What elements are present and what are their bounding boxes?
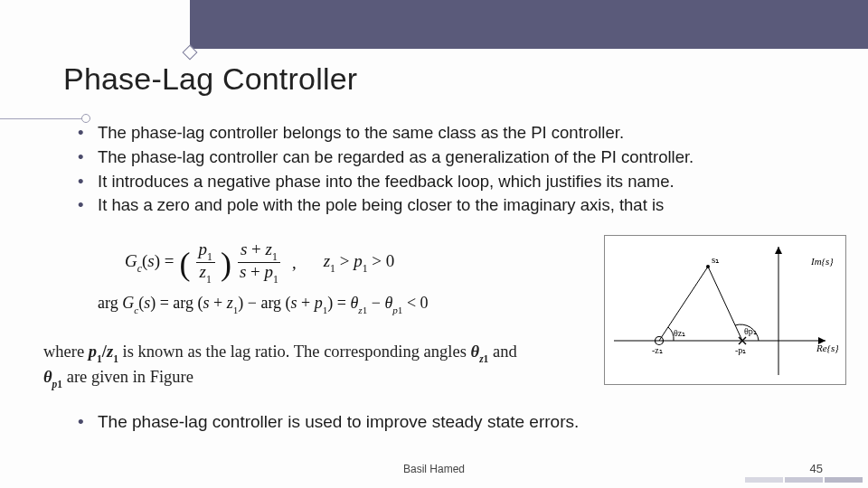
f-z: z: [266, 239, 272, 258]
w-p: p: [89, 343, 97, 361]
f-s: s: [291, 294, 297, 312]
formula-line-2: arg Gc(s) = arg (s + z1) − arg (s + p1) …: [98, 294, 604, 314]
footer-page-number: 45: [810, 462, 823, 475]
bullet-list: • The phase-lag controller belongs to th…: [78, 121, 832, 218]
f-z: z: [200, 262, 206, 281]
fraction-sz-sp: s + z1 s + p1: [237, 240, 281, 285]
f-eq: =: [156, 294, 173, 312]
f-0: 0: [386, 251, 395, 270]
f-p: p: [199, 239, 208, 258]
fraction-pz: p1 z1: [196, 240, 215, 285]
pole-zero-diagram: s₁ θz₁ θp₁ -z₁ -p₁ Im{s} Re{s}: [604, 235, 846, 385]
f-arg: arg: [98, 294, 122, 312]
f-s: s: [147, 251, 154, 270]
bullet-item: • It has a zero and pole with the pole b…: [78, 193, 832, 218]
w-1: 1: [97, 353, 102, 364]
bullet-text: The phase-lag controller belongs to the …: [98, 121, 624, 145]
footer-author: Basil Hamed: [403, 463, 465, 475]
formula-line-1: Gc(s) = ( p1 z1 ) s + z1 s + p1 , z1 > p…: [125, 240, 604, 285]
bullet-text: The phase-lag controller can be regarded…: [98, 145, 693, 170]
bullet-dot: •: [78, 193, 98, 218]
diag-im: Im{s}: [810, 256, 834, 267]
w-mid: is known as the lag ratio. The correspon…: [118, 343, 471, 361]
bullet-text: It introduces a negative phase into the …: [98, 170, 675, 194]
w-1: 1: [113, 353, 118, 364]
bullet-item: • It introduces a negative phase into th…: [78, 170, 832, 194]
diag-mp: -p₁: [735, 345, 746, 355]
last-bullet-text: The phase-lag controller is used to impr…: [98, 412, 579, 432]
f-1: 1: [330, 263, 335, 275]
bullet-dot: •: [78, 412, 98, 432]
f-1: 1: [398, 305, 403, 315]
svg-line-8: [708, 267, 742, 341]
w-theta: θ: [43, 368, 52, 386]
svg-marker-3: [775, 247, 782, 254]
f-1: 1: [233, 305, 239, 315]
f-G: G: [122, 294, 134, 312]
f-p: p: [315, 294, 323, 312]
f-plus: +: [246, 262, 264, 281]
f-1: 1: [363, 263, 368, 275]
f-p: p: [354, 251, 363, 270]
f-theta: θ: [384, 294, 392, 312]
last-bullet: • The phase-lag controller is used to im…: [78, 412, 832, 432]
w-1: 1: [57, 379, 62, 389]
f-lt0: < 0: [402, 294, 428, 312]
f-arg: arg: [260, 294, 285, 312]
bullet-item: • The phase-lag controller can be regard…: [78, 145, 832, 170]
where-text: where p1/z1 is known as the lag ratio. T…: [43, 340, 579, 391]
f-eq: =: [333, 294, 350, 312]
formula-block: Gc(s) = ( p1 z1 ) s + z1 s + p1 , z1 > p…: [125, 240, 604, 314]
w-theta: θ: [471, 343, 480, 361]
f-theta: θ: [350, 294, 358, 312]
f-s: s: [144, 294, 150, 312]
f-1: 1: [207, 251, 212, 263]
left-rule: [0, 118, 87, 119]
f-1: 1: [272, 251, 278, 263]
diagram-svg: s₁ θz₁ θp₁ -z₁ -p₁ Im{s} Re{s}: [605, 236, 845, 384]
bullet-text: It has a zero and pole with the pole bei…: [98, 193, 664, 218]
big-paren-open: (: [180, 255, 191, 275]
diag-mz: -z₁: [652, 345, 663, 355]
bullet-dot: •: [78, 145, 98, 170]
f-minus: −: [243, 294, 260, 312]
f-G: G: [125, 251, 137, 270]
f-eq: ) =: [155, 251, 175, 270]
diag-s1: s₁: [712, 254, 719, 265]
footer-ornament: [745, 477, 863, 483]
diag-thz: θz₁: [674, 328, 685, 338]
header-bar: [190, 0, 868, 49]
f-z: z: [227, 294, 233, 312]
f-plus: +: [247, 239, 265, 258]
f-minus: −: [367, 294, 384, 312]
w-tail: are given in Figure: [62, 368, 193, 386]
f-p: p: [265, 262, 274, 281]
bullet-item: • The phase-lag controller belongs to th…: [78, 121, 832, 145]
f-c: c: [137, 263, 142, 275]
f-plus: +: [297, 294, 315, 312]
f-1: 1: [323, 305, 328, 315]
f-1: 1: [273, 274, 278, 286]
f-gt: >: [335, 251, 354, 270]
bullet-dot: •: [78, 121, 98, 145]
bullet-dot: •: [78, 170, 98, 194]
f-z: z: [324, 251, 330, 270]
f-c: c: [134, 305, 138, 315]
f-1: 1: [363, 305, 368, 315]
w-and: and: [488, 343, 516, 361]
diag-thp: θp₁: [744, 326, 757, 336]
f-comma: ,: [292, 253, 297, 273]
f-gt: >: [368, 251, 386, 270]
diag-re: Re{s}: [816, 343, 839, 353]
w-1: 1: [484, 353, 489, 364]
f-arg: arg: [173, 294, 197, 312]
slide-title: Phase-Lag Controller: [63, 61, 357, 97]
w-prefix: where: [43, 343, 89, 361]
f-1: 1: [206, 274, 212, 286]
big-paren-close: ): [221, 255, 231, 275]
f-plus: +: [209, 294, 226, 312]
svg-point-9: [706, 265, 710, 268]
